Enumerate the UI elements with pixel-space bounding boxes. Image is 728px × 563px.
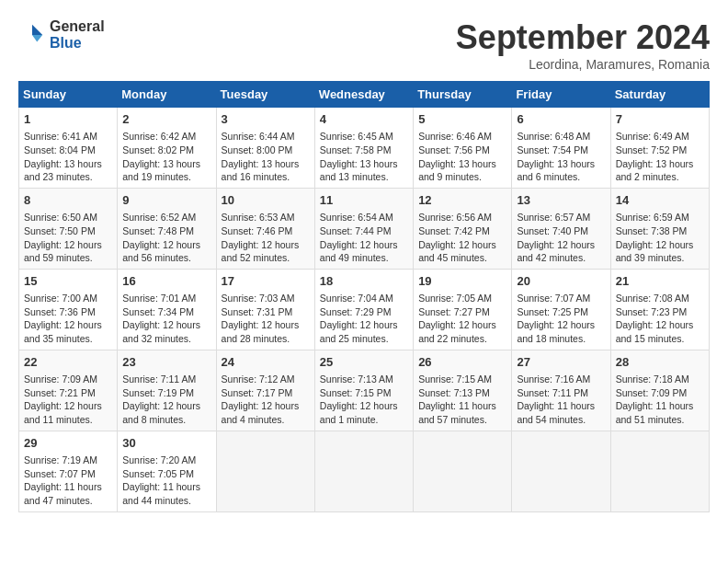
- day-number: 18: [320, 273, 408, 290]
- table-row: 14Sunrise: 6:59 AMSunset: 7:38 PMDayligh…: [610, 188, 709, 269]
- daylight: Daylight: 12 hours and 39 minutes.: [616, 239, 694, 264]
- sunrise: Sunrise: 6:53 AM: [222, 212, 295, 223]
- logo-text: General Blue: [50, 18, 105, 51]
- sunrise: Sunrise: 7:15 AM: [418, 373, 492, 385]
- day-number: 28: [616, 354, 704, 371]
- sunset: Sunset: 7:19 PM: [122, 387, 194, 398]
- logo: General Blue: [18, 18, 105, 51]
- table-row: 16Sunrise: 7:01 AMSunset: 7:34 PMDayligh…: [118, 269, 216, 350]
- table-row: 24Sunrise: 7:12 AMSunset: 7:17 PMDayligh…: [216, 350, 314, 431]
- day-number: 29: [24, 435, 112, 452]
- sunrise: Sunrise: 6:56 AM: [418, 212, 492, 223]
- sunset: Sunset: 7:46 PM: [222, 225, 293, 236]
- sunrise: Sunrise: 7:16 AM: [517, 373, 590, 385]
- table-row: 30Sunrise: 7:20 AMSunset: 7:05 PMDayligh…: [118, 431, 216, 511]
- calendar: Sunday Monday Tuesday Wednesday Thursday…: [18, 81, 710, 512]
- day-number: 17: [222, 273, 310, 290]
- sunset: Sunset: 7:54 PM: [517, 144, 588, 155]
- daylight: Daylight: 12 hours and 49 minutes.: [320, 239, 398, 264]
- daylight: Daylight: 11 hours and 47 minutes.: [24, 481, 102, 506]
- day-number: 10: [222, 192, 310, 209]
- day-number: 27: [517, 354, 605, 371]
- daylight: Daylight: 12 hours and 59 minutes.: [24, 239, 102, 264]
- day-number: 6: [517, 111, 605, 128]
- sunrise: Sunrise: 6:44 AM: [222, 131, 295, 142]
- sunset: Sunset: 7:05 PM: [122, 468, 194, 479]
- sunset: Sunset: 7:38 PM: [616, 225, 688, 236]
- table-row: 19Sunrise: 7:05 AMSunset: 7:27 PMDayligh…: [414, 269, 512, 350]
- sunrise: Sunrise: 6:50 AM: [24, 212, 97, 223]
- sunrise: Sunrise: 7:11 AM: [122, 373, 196, 385]
- table-row: 27Sunrise: 7:16 AMSunset: 7:11 PMDayligh…: [512, 350, 610, 431]
- sunset: Sunset: 7:15 PM: [320, 387, 392, 398]
- table-row: 9Sunrise: 6:52 AMSunset: 7:48 PMDaylight…: [118, 188, 216, 269]
- sunset: Sunset: 7:25 PM: [517, 306, 588, 317]
- sunrise: Sunrise: 7:07 AM: [517, 293, 590, 304]
- sunrise: Sunrise: 6:46 AM: [418, 131, 492, 142]
- daylight: Daylight: 13 hours and 6 minutes.: [517, 158, 595, 183]
- calendar-week-row: 15Sunrise: 7:00 AMSunset: 7:36 PMDayligh…: [19, 269, 710, 350]
- sunrise: Sunrise: 7:19 AM: [24, 454, 97, 465]
- sunset: Sunset: 7:48 PM: [122, 225, 194, 236]
- day-number: 25: [320, 354, 408, 371]
- calendar-header-row: Sunday Monday Tuesday Wednesday Thursday…: [19, 82, 710, 108]
- sunset: Sunset: 7:31 PM: [222, 306, 293, 317]
- table-row: [314, 431, 413, 511]
- calendar-week-row: 22Sunrise: 7:09 AMSunset: 7:21 PMDayligh…: [19, 350, 710, 431]
- table-row: 2Sunrise: 6:42 AMSunset: 8:02 PMDaylight…: [118, 108, 216, 189]
- daylight: Daylight: 13 hours and 23 minutes.: [24, 158, 102, 183]
- col-monday: Monday: [118, 82, 216, 108]
- month-title: September 2024: [456, 18, 710, 57]
- day-number: 5: [418, 111, 506, 128]
- calendar-week-row: 29Sunrise: 7:19 AMSunset: 7:07 PMDayligh…: [19, 431, 710, 511]
- table-row: 3Sunrise: 6:44 AMSunset: 8:00 PMDaylight…: [216, 108, 314, 189]
- sunset: Sunset: 7:52 PM: [616, 144, 688, 155]
- sunrise: Sunrise: 7:03 AM: [222, 293, 295, 304]
- logo-general: General: [50, 18, 105, 35]
- day-number: 15: [24, 273, 112, 290]
- sunset: Sunset: 7:11 PM: [517, 387, 588, 398]
- col-wednesday: Wednesday: [314, 82, 413, 108]
- day-number: 16: [122, 273, 210, 290]
- sunrise: Sunrise: 6:52 AM: [122, 212, 196, 223]
- sunrise: Sunrise: 6:41 AM: [24, 131, 97, 142]
- daylight: Daylight: 13 hours and 2 minutes.: [616, 158, 694, 183]
- sunset: Sunset: 7:17 PM: [222, 387, 293, 398]
- table-row: 15Sunrise: 7:00 AMSunset: 7:36 PMDayligh…: [19, 269, 118, 350]
- sunset: Sunset: 7:50 PM: [24, 225, 96, 236]
- day-number: 23: [122, 354, 210, 371]
- day-number: 21: [616, 273, 704, 290]
- table-row: 23Sunrise: 7:11 AMSunset: 7:19 PMDayligh…: [118, 350, 216, 431]
- table-row: [414, 431, 512, 511]
- table-row: [610, 431, 709, 511]
- page-header: General Blue September 2024 Leordina, Ma…: [18, 18, 710, 72]
- sunset: Sunset: 7:27 PM: [418, 306, 490, 317]
- sunset: Sunset: 7:56 PM: [418, 144, 490, 155]
- daylight: Daylight: 12 hours and 32 minutes.: [122, 319, 200, 344]
- daylight: Daylight: 12 hours and 42 minutes.: [517, 239, 595, 264]
- table-row: [512, 431, 610, 511]
- logo-icon: [18, 21, 46, 49]
- table-row: 17Sunrise: 7:03 AMSunset: 7:31 PMDayligh…: [216, 269, 314, 350]
- table-row: 25Sunrise: 7:13 AMSunset: 7:15 PMDayligh…: [314, 350, 413, 431]
- day-number: 30: [122, 435, 210, 452]
- sunset: Sunset: 7:44 PM: [320, 225, 392, 236]
- table-row: 22Sunrise: 7:09 AMSunset: 7:21 PMDayligh…: [19, 350, 118, 431]
- table-row: 20Sunrise: 7:07 AMSunset: 7:25 PMDayligh…: [512, 269, 610, 350]
- sunrise: Sunrise: 6:49 AM: [616, 131, 689, 142]
- sunset: Sunset: 7:09 PM: [616, 387, 688, 398]
- sunset: Sunset: 7:34 PM: [122, 306, 194, 317]
- day-number: 2: [122, 111, 210, 128]
- sunset: Sunset: 7:42 PM: [418, 225, 490, 236]
- day-number: 22: [24, 354, 112, 371]
- sunrise: Sunrise: 6:48 AM: [517, 131, 590, 142]
- sunset: Sunset: 7:29 PM: [320, 306, 392, 317]
- day-number: 13: [517, 192, 605, 209]
- sunset: Sunset: 7:21 PM: [24, 387, 96, 398]
- table-row: 11Sunrise: 6:54 AMSunset: 7:44 PMDayligh…: [314, 188, 413, 269]
- sunset: Sunset: 7:23 PM: [616, 306, 688, 317]
- sunrise: Sunrise: 6:45 AM: [320, 131, 393, 142]
- sunrise: Sunrise: 6:54 AM: [320, 212, 393, 223]
- table-row: 28Sunrise: 7:18 AMSunset: 7:09 PMDayligh…: [610, 350, 709, 431]
- day-number: 19: [418, 273, 506, 290]
